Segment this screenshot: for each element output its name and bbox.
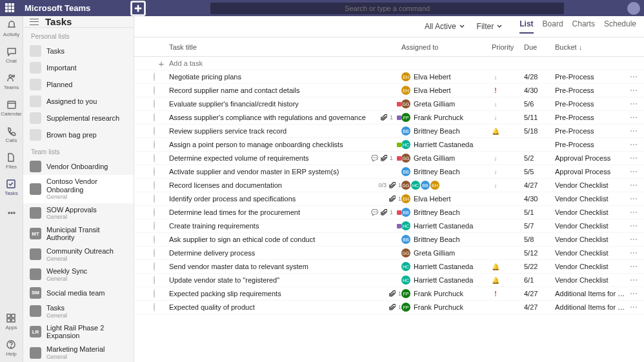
row-more-icon[interactable]: ⋯ (626, 181, 641, 190)
hamburger-icon[interactable] (30, 19, 39, 25)
bucket-cell[interactable]: Vendor Checklist (555, 263, 626, 270)
complete-radio[interactable] (154, 113, 155, 122)
task-row[interactable]: Send vendor master data to relevant syst… (134, 260, 644, 274)
priority-cell[interactable] (492, 208, 524, 216)
due-cell[interactable]: 4/30 (524, 195, 555, 203)
col-due[interactable]: Due (524, 43, 555, 51)
priority-cell[interactable]: 🔔 (492, 127, 524, 135)
assignee-cell[interactable]: BBBrittney Beach (401, 126, 492, 136)
complete-radio[interactable] (154, 248, 155, 257)
priority-cell[interactable] (492, 249, 524, 257)
bucket-cell[interactable]: Approval Process (555, 154, 626, 162)
complete-radio[interactable] (154, 276, 155, 285)
complete-radio[interactable] (154, 86, 155, 95)
due-cell[interactable]: 4/30 (524, 86, 555, 94)
priority-cell[interactable]: 🔔 (492, 276, 524, 284)
col-bucket[interactable]: Bucket ↓ (555, 43, 626, 51)
task-row[interactable]: Determine delivery process GGGreta Gilli… (134, 246, 644, 260)
row-more-icon[interactable]: ⋯ (626, 167, 641, 176)
rail-apps[interactable]: Apps (5, 313, 17, 330)
task-row[interactable]: Negotiate pricing plans EHElva Hebert ↓ … (134, 70, 644, 84)
add-task-input[interactable] (169, 59, 401, 67)
bucket-cell[interactable]: Vendor Checklist (555, 249, 626, 257)
sidebar-item-team[interactable]: SOW ApprovalsGeneral (23, 203, 134, 223)
assignee-cell[interactable]: EHElva Hebert (401, 72, 492, 81)
priority-cell[interactable] (492, 195, 524, 203)
view-board[interactable]: Board (543, 19, 563, 34)
assignee-cell[interactable]: GGGreta Gilliam (401, 248, 492, 257)
bucket-cell[interactable]: Vendor Checklist (555, 181, 626, 189)
assignee-cell[interactable]: EHElva Hebert (401, 86, 492, 95)
task-row[interactable]: Assess supplier's compliance with regula… (134, 111, 644, 125)
bucket-cell[interactable]: Pre-Process (555, 141, 626, 148)
bucket-cell[interactable]: Vendor Checklist (555, 195, 626, 203)
assignee-cell[interactable]: GGGreta Gilliam (401, 99, 492, 108)
task-row[interactable]: Evaluate supplier's financial/credit his… (134, 97, 644, 111)
row-more-icon[interactable]: ⋯ (626, 235, 641, 244)
priority-cell[interactable]: ↓ (492, 154, 524, 162)
assignee-cell[interactable]: FPFrank Purchuck (401, 289, 492, 298)
app-launcher-icon[interactable] (5, 3, 15, 14)
rail-teams[interactable]: Teams (4, 73, 19, 90)
row-more-icon[interactable]: ⋯ (626, 99, 641, 108)
sidebar-item-team[interactable]: MTMunicipal Transit Authority (23, 223, 134, 245)
assignee-cell[interactable]: HCHarriett Castaneda (401, 276, 492, 285)
due-cell[interactable]: 4/28 (524, 73, 555, 81)
priority-cell[interactable] (492, 222, 524, 230)
filter-button[interactable]: Filter (477, 22, 503, 31)
view-list[interactable]: List (519, 19, 533, 34)
priority-cell[interactable] (492, 141, 524, 148)
assignee-cell[interactable]: HCHarriett Castaneda (401, 262, 492, 271)
complete-radio[interactable] (154, 126, 155, 136)
sidebar-item-personal[interactable]: Planned (23, 76, 134, 93)
search-input[interactable] (210, 3, 564, 14)
due-cell[interactable]: 6/1 (524, 276, 555, 284)
col-priority[interactable]: Priority (492, 43, 524, 51)
priority-cell[interactable]: 🔔 (492, 263, 524, 270)
row-more-icon[interactable]: ⋯ (626, 86, 641, 95)
bucket-cell[interactable]: Pre-Process (555, 100, 626, 108)
bucket-cell[interactable]: Approval Process (555, 168, 626, 176)
user-avatar[interactable] (627, 2, 640, 15)
task-row[interactable]: Update vendor state to "registered" HCHa… (134, 274, 644, 287)
assignee-cell[interactable]: HCHarriett Castaneda (401, 140, 492, 149)
row-more-icon[interactable]: ⋯ (626, 248, 641, 257)
due-cell[interactable]: 4/27 (524, 303, 555, 311)
add-task-row[interactable]: + (134, 57, 644, 70)
bucket-cell[interactable]: Vendor Checklist (555, 276, 626, 284)
bucket-cell[interactable]: Vendor Checklist (555, 222, 626, 230)
due-cell[interactable]: 5/5 (524, 168, 555, 176)
priority-cell[interactable]: ! (492, 290, 524, 297)
bucket-cell[interactable]: Pre-Process (555, 127, 626, 135)
new-item-icon[interactable] (129, 0, 147, 17)
row-more-icon[interactable]: ⋯ (626, 208, 641, 217)
due-cell[interactable]: 5/6 (524, 100, 555, 108)
task-row[interactable]: Determine lead times for the procurement… (134, 206, 644, 219)
rail-files[interactable]: Files (6, 152, 17, 170)
bucket-cell[interactable]: Pre-Process (555, 73, 626, 81)
due-cell[interactable]: 5/2 (524, 154, 555, 162)
complete-radio[interactable] (154, 154, 155, 163)
sidebar-item-team[interactable]: Weekly SyncGeneral (23, 265, 134, 285)
priority-cell[interactable]: ! (492, 86, 524, 94)
task-row[interactable]: Identify order process and specification… (134, 192, 644, 206)
row-more-icon[interactable]: ⋯ (626, 154, 641, 163)
rail-chat[interactable]: Chat (6, 46, 17, 64)
due-cell[interactable]: 5/22 (524, 263, 555, 270)
rail-calls[interactable]: Calls (6, 126, 17, 143)
assignee-cell[interactable]: FPFrank Purchuck (401, 303, 492, 312)
bucket-cell[interactable]: Vendor Checklist (555, 208, 626, 216)
task-row[interactable]: Record supplier name and contact details… (134, 84, 644, 97)
task-row[interactable]: Expected packing slip requirements1 FPFr… (134, 287, 644, 301)
assignee-cell[interactable]: EHElva Hebert (401, 194, 492, 203)
rail-activity[interactable]: Activity (3, 20, 19, 37)
assignee-cell[interactable]: FPFrank Purchuck (401, 113, 492, 122)
bucket-cell[interactable]: Vendor Checklist (555, 236, 626, 243)
filter-all-active[interactable]: All Active (425, 22, 465, 31)
sidebar-item-team[interactable]: Marketing MaterialGeneral (23, 343, 134, 362)
complete-radio[interactable] (154, 208, 155, 217)
assignee-cell[interactable]: BBBrittney Beach (401, 167, 492, 176)
priority-cell[interactable]: ↓ (492, 100, 524, 108)
due-cell[interactable]: 5/18 (524, 127, 555, 135)
task-row[interactable]: Determine expected volume of requirement… (134, 152, 644, 165)
